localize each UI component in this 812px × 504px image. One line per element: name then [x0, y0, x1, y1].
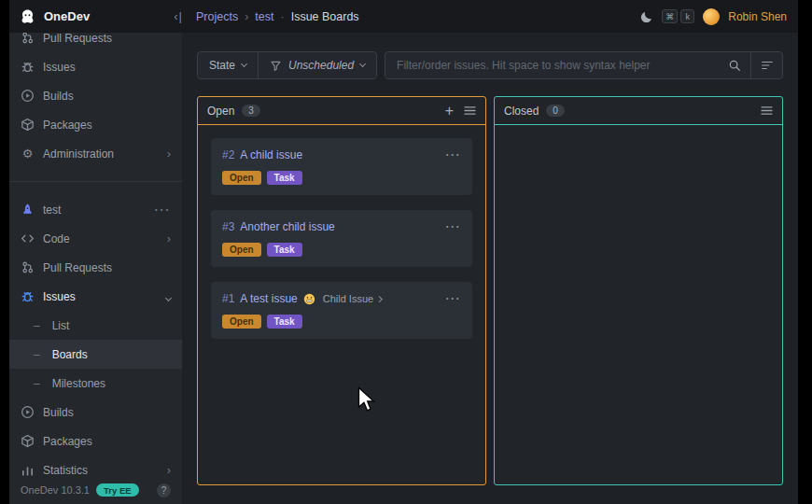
- state-filter-button[interactable]: State: [198, 52, 258, 78]
- issue-number: #3: [222, 220, 234, 233]
- sidebar-item-label: Packages: [43, 119, 92, 132]
- sidebar-item-packages-admin[interactable]: Packages: [9, 110, 182, 139]
- chevron-right-icon: [376, 296, 382, 301]
- card-list-closed: [495, 125, 782, 151]
- sidebar-item-issues-boards[interactable]: – Boards: [9, 340, 182, 369]
- main-content: State Unscheduled: [182, 33, 798, 504]
- column-menu-icon[interactable]: [464, 105, 476, 116]
- avatar[interactable]: [703, 8, 720, 25]
- card-menu-button[interactable]: ···: [446, 220, 462, 233]
- dash-icon: –: [34, 319, 40, 332]
- brand-name: OneDev: [44, 9, 90, 23]
- bug-icon: [21, 60, 35, 74]
- play-circle-icon: [21, 89, 35, 103]
- card-badges: Open Task: [222, 243, 461, 257]
- milestone-filter-button[interactable]: Unscheduled: [258, 52, 376, 78]
- ellipsis-icon[interactable]: ···: [155, 203, 172, 217]
- sidebar-item-issues-admin[interactable]: Issues: [9, 52, 182, 81]
- milestone-filter-label: Unscheduled: [288, 59, 354, 72]
- moon-icon[interactable]: [640, 10, 653, 23]
- sidebar-item-builds-project[interactable]: Builds: [9, 398, 182, 427]
- card-menu-button[interactable]: ···: [446, 148, 462, 161]
- chevron-right-icon: ›: [167, 147, 171, 161]
- sidebar-item-builds-admin[interactable]: Builds: [9, 81, 182, 110]
- sidebar-item-label: Builds: [43, 406, 74, 419]
- sidebar-item-label: Pull Requests: [43, 33, 112, 45]
- sidebar-divider: [9, 181, 182, 182]
- dash-icon: –: [34, 348, 40, 361]
- add-issue-button[interactable]: +: [445, 104, 454, 119]
- sidebar-item-label: Pull Requests: [43, 261, 112, 274]
- issue-title-link[interactable]: A child issue: [240, 148, 302, 161]
- play-circle-icon: [21, 405, 35, 419]
- issue-card[interactable]: #2 A child issue ··· Open Task: [211, 138, 472, 195]
- state-badge: Open: [222, 171, 261, 185]
- breadcrumb-projects-link[interactable]: Projects: [196, 10, 238, 23]
- help-button[interactable]: ?: [157, 483, 171, 497]
- issue-board: Open 3 + #2 A child issue ···: [197, 96, 783, 485]
- sidebar-item-label: Administration: [43, 147, 114, 161]
- column-actions: +: [445, 104, 476, 119]
- onedev-logo-icon[interactable]: [19, 7, 36, 25]
- chevron-right-icon: ›: [167, 231, 171, 245]
- filter-input[interactable]: [385, 52, 719, 78]
- app-window: OneDev ‹| Projects › test · Issue Boards…: [9, 0, 798, 504]
- sidebar-item-label: Code: [43, 232, 70, 245]
- issue-title-link[interactable]: A test issue: [240, 292, 297, 305]
- chart-bars-icon: [21, 463, 35, 477]
- sidebar-item-issues-project[interactable]: Issues: [9, 282, 182, 311]
- issue-number: #2: [222, 148, 234, 161]
- pull-request-icon: [21, 260, 35, 274]
- user-name[interactable]: Robin Shen: [728, 10, 787, 23]
- sidebar-item-code[interactable]: Code ›: [9, 224, 182, 253]
- sidebar-item-label: Statistics: [43, 464, 88, 477]
- issue-title-link[interactable]: Another child issue: [240, 220, 334, 233]
- issue-number: #1: [222, 292, 234, 305]
- sidebar-item-label: Milestones: [52, 377, 105, 390]
- sidebar-item-issues-list[interactable]: – List: [9, 311, 182, 340]
- sidebar: Pull Requests Issues Builds Packages ⚙ A…: [9, 33, 182, 504]
- sidebar-item-pull-requests[interactable]: Pull Requests: [9, 33, 182, 52]
- try-ee-badge[interactable]: Try EE: [96, 483, 139, 497]
- filter-input-group: [385, 51, 783, 79]
- package-icon: [21, 434, 35, 448]
- sidebar-item-project-test[interactable]: test ···: [9, 195, 182, 224]
- breadcrumb-current-page: Issue Boards: [291, 10, 359, 23]
- chevron-right-icon: ›: [167, 463, 171, 477]
- topbar-right: ⌘ k Robin Shen: [640, 8, 787, 25]
- sidebar-item-label: Boards: [52, 348, 88, 361]
- breadcrumb-project-link[interactable]: test: [255, 10, 273, 23]
- order-button[interactable]: [750, 52, 782, 78]
- issue-card[interactable]: #3 Another child issue ··· Open Task: [211, 210, 472, 267]
- command-key: ⌘: [662, 9, 678, 23]
- child-issue-link[interactable]: Child Issue: [323, 293, 382, 304]
- type-badge: Task: [267, 315, 302, 329]
- search-button[interactable]: [719, 52, 750, 78]
- card-menu-button[interactable]: ···: [446, 292, 462, 305]
- code-icon: [21, 231, 35, 245]
- breadcrumb-dot-icon: ·: [280, 10, 284, 23]
- brand-area: OneDev ‹|: [19, 7, 183, 25]
- chevron-down-icon: [166, 289, 171, 303]
- sidebar-item-administration[interactable]: ⚙ Administration ›: [9, 139, 182, 168]
- issue-card[interactable]: #1 A test issue Child Issue ··· Op: [211, 282, 472, 339]
- column-menu-icon[interactable]: [761, 105, 773, 116]
- board-column-open: Open 3 + #2 A child issue ···: [197, 96, 486, 485]
- child-issue-link-label: Child Issue: [323, 293, 373, 304]
- package-icon: [21, 118, 35, 132]
- sidebar-item-issues-milestones[interactable]: – Milestones: [9, 369, 182, 398]
- topbar: OneDev ‹| Projects › test · Issue Boards…: [9, 0, 798, 33]
- sidebar-item-label: Issues: [43, 290, 76, 303]
- type-badge: Task: [267, 243, 302, 257]
- keyboard-shortcut-hint[interactable]: ⌘ k: [662, 9, 694, 23]
- chevron-down-icon: [359, 61, 366, 67]
- sidebar-item-packages-project[interactable]: Packages: [9, 427, 182, 455]
- pull-request-icon: [21, 33, 35, 45]
- gear-icon: ⚙: [21, 147, 35, 161]
- collapse-sidebar-icon[interactable]: ‹|: [174, 9, 183, 23]
- sidebar-item-label: Packages: [43, 435, 92, 448]
- sidebar-item-label: Builds: [43, 90, 74, 103]
- sidebar-item-pull-requests-project[interactable]: Pull Requests: [9, 253, 182, 282]
- column-count-badge: 0: [546, 105, 565, 117]
- breadcrumb-separator-icon: ›: [245, 10, 248, 23]
